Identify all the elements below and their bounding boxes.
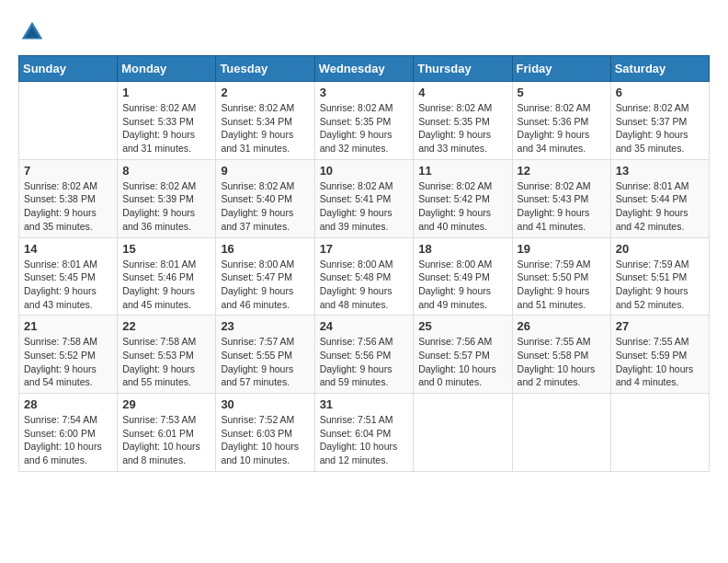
calendar-day-header: Thursday — [414, 56, 512, 82]
calendar-week-row: 1Sunrise: 8:02 AM Sunset: 5:33 PM Daylig… — [19, 82, 710, 160]
calendar-cell: 19Sunrise: 7:59 AM Sunset: 5:50 PM Dayli… — [512, 237, 610, 316]
day-number: 30 — [221, 397, 309, 411]
day-number: 31 — [320, 397, 409, 411]
day-number: 5 — [518, 86, 606, 99]
calendar-day-header: Friday — [512, 56, 610, 82]
day-number: 6 — [616, 86, 704, 99]
calendar-day-header: Tuesday — [216, 56, 314, 82]
calendar-cell: 2Sunrise: 8:02 AM Sunset: 5:34 PM Daylig… — [216, 82, 314, 160]
page-header — [18, 18, 710, 46]
calendar-cell — [19, 82, 118, 160]
day-info: Sunrise: 8:02 AM Sunset: 5:35 PM Dayligh… — [320, 101, 409, 155]
day-info: Sunrise: 7:58 AM Sunset: 5:53 PM Dayligh… — [122, 335, 210, 389]
day-info: Sunrise: 8:02 AM Sunset: 5:33 PM Dayligh… — [122, 101, 210, 155]
day-info: Sunrise: 7:55 AM Sunset: 5:58 PM Dayligh… — [518, 335, 606, 389]
calendar-week-row: 28Sunrise: 7:54 AM Sunset: 6:00 PM Dayli… — [19, 394, 710, 472]
day-number: 2 — [221, 86, 309, 99]
day-info: Sunrise: 8:01 AM Sunset: 5:44 PM Dayligh… — [616, 179, 704, 234]
day-number: 15 — [122, 242, 210, 256]
day-info: Sunrise: 7:52 AM Sunset: 6:03 PM Dayligh… — [221, 413, 309, 467]
calendar-cell: 16Sunrise: 8:00 AM Sunset: 5:47 PM Dayli… — [216, 237, 314, 316]
day-info: Sunrise: 7:59 AM Sunset: 5:51 PM Dayligh… — [616, 258, 704, 312]
day-info: Sunrise: 8:00 AM Sunset: 5:47 PM Dayligh… — [221, 258, 309, 312]
calendar-table: SundayMondayTuesdayWednesdayThursdayFrid… — [18, 55, 710, 472]
day-info: Sunrise: 8:02 AM Sunset: 5:35 PM Dayligh… — [418, 101, 506, 155]
calendar-cell: 11Sunrise: 8:02 AM Sunset: 5:42 PM Dayli… — [414, 159, 512, 237]
calendar-day-header: Saturday — [610, 56, 709, 82]
calendar-cell: 15Sunrise: 8:01 AM Sunset: 5:46 PM Dayli… — [118, 237, 216, 316]
day-info: Sunrise: 8:02 AM Sunset: 5:40 PM Dayligh… — [221, 179, 309, 234]
day-info: Sunrise: 7:56 AM Sunset: 5:56 PM Dayligh… — [320, 335, 409, 389]
calendar-cell: 28Sunrise: 7:54 AM Sunset: 6:00 PM Dayli… — [19, 394, 118, 472]
day-number: 17 — [320, 242, 409, 256]
day-number: 20 — [616, 242, 704, 256]
day-info: Sunrise: 8:02 AM Sunset: 5:41 PM Dayligh… — [320, 179, 409, 234]
calendar-week-row: 7Sunrise: 8:02 AM Sunset: 5:38 PM Daylig… — [19, 159, 710, 237]
calendar-week-row: 21Sunrise: 7:58 AM Sunset: 5:52 PM Dayli… — [19, 316, 710, 394]
day-number: 11 — [418, 164, 506, 178]
calendar-cell: 1Sunrise: 8:02 AM Sunset: 5:33 PM Daylig… — [118, 82, 216, 160]
day-number: 7 — [24, 164, 112, 178]
day-info: Sunrise: 7:58 AM Sunset: 5:52 PM Dayligh… — [24, 335, 112, 389]
day-info: Sunrise: 7:54 AM Sunset: 6:00 PM Dayligh… — [24, 413, 112, 467]
calendar-cell: 12Sunrise: 8:02 AM Sunset: 5:43 PM Dayli… — [512, 159, 610, 237]
day-number: 23 — [221, 319, 309, 333]
day-info: Sunrise: 8:02 AM Sunset: 5:37 PM Dayligh… — [616, 101, 704, 155]
day-number: 21 — [24, 319, 112, 333]
calendar-cell: 6Sunrise: 8:02 AM Sunset: 5:37 PM Daylig… — [610, 82, 709, 160]
day-info: Sunrise: 8:01 AM Sunset: 5:46 PM Dayligh… — [122, 258, 210, 312]
calendar-cell: 14Sunrise: 8:01 AM Sunset: 5:45 PM Dayli… — [19, 237, 118, 316]
day-number: 1 — [122, 86, 210, 99]
calendar-cell: 4Sunrise: 8:02 AM Sunset: 5:35 PM Daylig… — [414, 82, 512, 160]
logo — [18, 18, 48, 46]
calendar-cell: 13Sunrise: 8:01 AM Sunset: 5:44 PM Dayli… — [610, 159, 709, 237]
day-number: 3 — [320, 86, 409, 99]
day-info: Sunrise: 7:55 AM Sunset: 5:59 PM Dayligh… — [616, 335, 704, 389]
calendar-cell: 23Sunrise: 7:57 AM Sunset: 5:55 PM Dayli… — [216, 316, 314, 394]
day-number: 22 — [122, 319, 210, 333]
calendar-day-header: Wednesday — [314, 56, 414, 82]
calendar-cell: 8Sunrise: 8:02 AM Sunset: 5:39 PM Daylig… — [118, 159, 216, 237]
calendar-cell — [414, 394, 512, 472]
day-info: Sunrise: 7:56 AM Sunset: 5:57 PM Dayligh… — [418, 335, 506, 389]
calendar-cell: 22Sunrise: 7:58 AM Sunset: 5:53 PM Dayli… — [118, 316, 216, 394]
calendar-cell: 18Sunrise: 8:00 AM Sunset: 5:49 PM Dayli… — [414, 237, 512, 316]
day-number: 25 — [418, 319, 506, 333]
calendar-cell: 31Sunrise: 7:51 AM Sunset: 6:04 PM Dayli… — [314, 394, 414, 472]
day-number: 27 — [616, 319, 704, 333]
calendar-cell: 7Sunrise: 8:02 AM Sunset: 5:38 PM Daylig… — [19, 159, 118, 237]
calendar-cell: 29Sunrise: 7:53 AM Sunset: 6:01 PM Dayli… — [118, 394, 216, 472]
day-info: Sunrise: 8:00 AM Sunset: 5:48 PM Dayligh… — [320, 258, 409, 312]
calendar-cell: 21Sunrise: 7:58 AM Sunset: 5:52 PM Dayli… — [19, 316, 118, 394]
calendar-cell — [512, 394, 610, 472]
calendar-cell: 10Sunrise: 8:02 AM Sunset: 5:41 PM Dayli… — [314, 159, 414, 237]
day-info: Sunrise: 8:02 AM Sunset: 5:42 PM Dayligh… — [418, 179, 506, 234]
day-info: Sunrise: 7:57 AM Sunset: 5:55 PM Dayligh… — [221, 335, 309, 389]
logo-icon — [18, 18, 46, 46]
calendar-cell — [610, 394, 709, 472]
day-number: 8 — [122, 164, 210, 178]
day-info: Sunrise: 7:51 AM Sunset: 6:04 PM Dayligh… — [320, 413, 409, 467]
day-info: Sunrise: 8:01 AM Sunset: 5:45 PM Dayligh… — [24, 258, 112, 312]
calendar-week-row: 14Sunrise: 8:01 AM Sunset: 5:45 PM Dayli… — [19, 237, 710, 316]
day-info: Sunrise: 8:02 AM Sunset: 5:39 PM Dayligh… — [122, 179, 210, 234]
day-info: Sunrise: 8:02 AM Sunset: 5:38 PM Dayligh… — [24, 179, 112, 234]
day-number: 16 — [221, 242, 309, 256]
day-info: Sunrise: 8:02 AM Sunset: 5:34 PM Dayligh… — [221, 101, 309, 155]
day-number: 13 — [616, 164, 704, 178]
day-number: 18 — [418, 242, 506, 256]
calendar-cell: 26Sunrise: 7:55 AM Sunset: 5:58 PM Dayli… — [512, 316, 610, 394]
calendar-cell: 3Sunrise: 8:02 AM Sunset: 5:35 PM Daylig… — [314, 82, 414, 160]
day-number: 29 — [122, 397, 210, 411]
calendar-day-header: Sunday — [19, 56, 118, 82]
day-number: 28 — [24, 397, 112, 411]
day-info: Sunrise: 8:02 AM Sunset: 5:36 PM Dayligh… — [518, 101, 606, 155]
calendar-cell: 24Sunrise: 7:56 AM Sunset: 5:56 PM Dayli… — [314, 316, 414, 394]
calendar-cell: 9Sunrise: 8:02 AM Sunset: 5:40 PM Daylig… — [216, 159, 314, 237]
day-number: 24 — [320, 319, 409, 333]
day-number: 12 — [518, 164, 606, 178]
day-info: Sunrise: 8:02 AM Sunset: 5:43 PM Dayligh… — [518, 179, 606, 234]
calendar-day-header: Monday — [118, 56, 216, 82]
calendar-cell: 27Sunrise: 7:55 AM Sunset: 5:59 PM Dayli… — [610, 316, 709, 394]
calendar-header-row: SundayMondayTuesdayWednesdayThursdayFrid… — [19, 56, 710, 82]
